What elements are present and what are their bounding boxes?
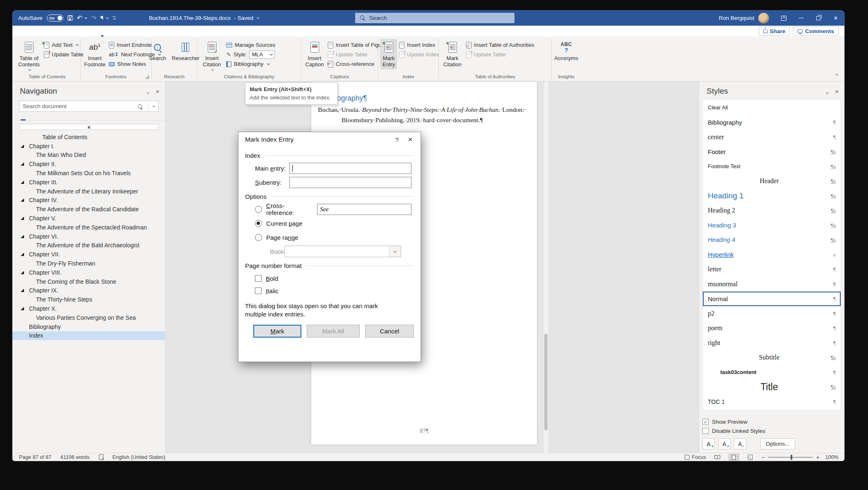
collapse-triangle-icon[interactable]	[21, 253, 24, 256]
ribbon-display-options-button[interactable]	[775, 10, 792, 26]
nav-item[interactable]: The Dry-Fly Fisherman	[12, 259, 165, 268]
cross-reference-radio[interactable]	[255, 206, 262, 213]
ribbon-tab[interactable]	[146, 26, 158, 36]
style-entry[interactable]: Footnote Text ¶a	[703, 159, 841, 174]
pane-options-button[interactable]	[146, 88, 149, 95]
table-of-contents-button[interactable]: Table of Contents	[17, 40, 41, 71]
bibliography-entry[interactable]: Buchan,·Ursula.·Beyond·the·Thirty-Nine·S…	[318, 104, 529, 125]
touch-mouse-mode-button[interactable]	[101, 16, 108, 20]
subentry-field[interactable]	[290, 177, 411, 188]
minimize-button[interactable]	[792, 10, 810, 26]
main-entry-input[interactable]	[289, 163, 411, 174]
scrollbar-thumb[interactable]	[544, 334, 548, 430]
style-entry[interactable]: Subtitle ¶a	[703, 350, 841, 365]
pane-options-button[interactable]	[825, 88, 828, 95]
dropdown-button[interactable]	[389, 246, 401, 257]
style-entry[interactable]: poem ¶	[703, 321, 841, 336]
web-layout-button[interactable]	[745, 454, 756, 461]
ribbon-tab[interactable]	[22, 26, 34, 36]
ribbon-tab[interactable]	[71, 26, 84, 36]
insert-index-button[interactable]: Insert Index	[399, 41, 439, 49]
close-button[interactable]: ×	[827, 10, 844, 26]
titlebar-search[interactable]	[355, 13, 515, 23]
zoom-level[interactable]: 100%	[825, 454, 839, 460]
style-entry[interactable]: Normal ¶	[703, 292, 841, 307]
close-pane-button[interactable]: ×	[835, 88, 839, 95]
nav-item[interactable]: The Thirty-Nine Steps	[12, 295, 165, 304]
update-table-button[interactable]: !Update Table	[44, 50, 83, 59]
nav-item[interactable]: Chapter VIII.	[12, 268, 165, 277]
style-entry[interactable]: Heading 3 ¶a	[703, 218, 841, 233]
zoom-slider-handle[interactable]	[791, 455, 792, 460]
collapse-triangle-icon[interactable]	[21, 271, 24, 274]
style-entry[interactable]: center ¶	[703, 130, 841, 145]
collapse-triangle-icon[interactable]	[21, 145, 24, 148]
word-count[interactable]: 41106 words	[60, 454, 90, 460]
collapse-triangle-icon[interactable]	[21, 307, 24, 310]
autosave-toggle[interactable]: On	[47, 14, 63, 22]
style-entry[interactable]: Footer ¶a	[703, 145, 841, 159]
close-pane-button[interactable]: ×	[156, 88, 159, 95]
nav-item[interactable]: Chapter VII.	[12, 250, 165, 259]
ribbon-tab[interactable]	[59, 26, 71, 36]
mark-citation-button[interactable]: +− MarkCitation	[441, 40, 464, 69]
ribbon-tab[interactable]	[158, 26, 171, 36]
style-entry[interactable]: Heading 4 ¶a	[703, 233, 841, 248]
nav-item[interactable]: Index	[12, 331, 165, 340]
style-entry[interactable]: Clear All	[703, 100, 841, 115]
style-entry[interactable]: Heading 2 ¶a	[703, 203, 841, 218]
disable-linked-styles-checkbox[interactable]	[702, 428, 709, 434]
style-entry[interactable]: TOC 1 ¶	[703, 394, 841, 409]
document-title[interactable]: Buchan.1914.The-39-Steps.docx - Saved	[149, 10, 259, 26]
search-button[interactable]: i Search	[147, 40, 168, 62]
style-entry[interactable]: letter ¶	[703, 262, 841, 277]
dialog-help-button[interactable]: ?	[391, 136, 403, 143]
style-entry[interactable]: Header ¶a	[703, 174, 841, 189]
restore-button[interactable]	[810, 10, 827, 26]
ribbon-tab[interactable]	[34, 26, 46, 36]
bold-checkbox[interactable]	[255, 275, 262, 282]
insert-table-of-authorities-button[interactable]: aInsert Table of Authorities	[466, 41, 534, 49]
nav-item[interactable]: Chapter II.	[12, 159, 165, 169]
nav-item[interactable]: Chapter III.	[12, 178, 165, 187]
style-entry[interactable]: p2 ¶	[703, 306, 841, 321]
collapse-triangle-icon[interactable]	[21, 181, 24, 184]
style-entry[interactable]: Heading 1 ¶a	[703, 188, 841, 203]
zoom-slider[interactable]	[768, 457, 813, 458]
collapse-ribbon-button[interactable]	[834, 70, 838, 78]
nav-item[interactable]: The Adventure of the Bald Archaeologist	[12, 241, 165, 250]
style-entry[interactable]: right ¶	[703, 336, 841, 350]
zoom-out-button[interactable]: −	[762, 454, 765, 461]
style-entry[interactable]: task03content ¶	[703, 365, 841, 380]
footnotes-dialog-launcher[interactable]	[145, 75, 149, 79]
collapse-triangle-icon[interactable]	[21, 198, 24, 202]
customize-quick-access-toolbar-button[interactable]	[113, 17, 116, 19]
main-entry-field[interactable]	[290, 163, 411, 174]
disable-linked-styles-option[interactable]: Disable Linked Styles	[702, 428, 841, 434]
nav-item[interactable]: Chapter V.	[12, 214, 165, 223]
style-entry[interactable]: Hyperlink a	[703, 247, 841, 262]
insert-footnote-button[interactable]: ab1 InsertFootnote	[83, 40, 106, 69]
nav-item[interactable]: Chapter X.	[12, 304, 165, 313]
avatar[interactable]	[758, 13, 769, 24]
style-inspector-button[interactable]: A⌕	[718, 438, 731, 449]
navigation-tab[interactable]	[29, 116, 37, 120]
nav-item[interactable]: Chapter IV.	[12, 196, 165, 205]
navigation-search-input[interactable]	[23, 103, 138, 109]
new-style-button[interactable]: A+	[702, 438, 715, 449]
style-entry[interactable]: msonormal ¶	[703, 277, 841, 292]
save-button[interactable]	[67, 15, 73, 21]
ribbon-tab[interactable]	[46, 26, 59, 36]
nav-item[interactable]: The Milkman Sets Out on his Travels	[12, 169, 165, 178]
navigation-tab[interactable]	[39, 116, 47, 120]
style-entry[interactable]: Title ¶a	[703, 380, 841, 395]
bookmark-dropdown[interactable]	[284, 246, 401, 257]
researcher-button[interactable]: Researcher	[170, 40, 201, 62]
document-scrollbar[interactable]	[543, 82, 548, 453]
nav-item[interactable]: Chapter VI.	[12, 232, 165, 241]
style-entry[interactable]: Bibliography ¶	[703, 115, 841, 130]
cross-reference-input[interactable]	[317, 204, 411, 215]
mark-entry-button[interactable]: +− MarkEntry	[381, 40, 397, 69]
print-layout-button[interactable]	[729, 454, 739, 461]
italic-checkbox[interactable]	[255, 287, 262, 294]
